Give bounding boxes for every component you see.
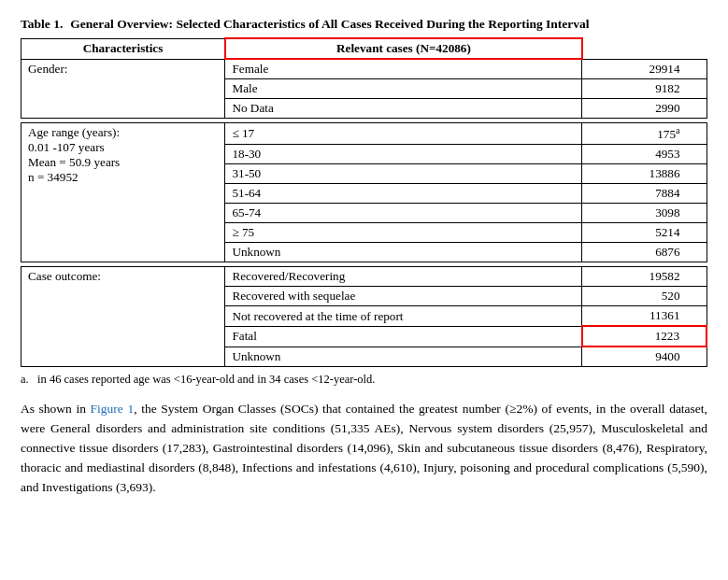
table-row: Gender: Female 29914 — [21, 59, 707, 79]
age-18-30-value: 4953 — [582, 145, 707, 164]
gender-female-label: Female — [225, 59, 582, 79]
col-relevant-cases: Relevant cases (N=42086) — [225, 38, 582, 59]
outcome-sequelae-label: Recovered with sequelae — [225, 287, 582, 306]
age-51-64-label: 51-64 — [225, 184, 582, 204]
gender-label: Gender: — [21, 59, 225, 119]
figure1-link[interactable]: Figure 1 — [91, 402, 135, 416]
age-range-line3: Mean = 50.9 years — [28, 155, 120, 169]
age-le17-label: ≤ 17 — [225, 123, 582, 145]
age-range-line2: 0.01 -107 years — [28, 140, 105, 154]
age-65-74-label: 65-74 — [225, 204, 582, 223]
age-le17-value: 175a — [582, 123, 707, 145]
age-ge75-label: ≥ 75 — [225, 223, 582, 243]
table-row: Age range (years): 0.01 -107 years Mean … — [21, 123, 707, 145]
table-label: Table 1. — [21, 17, 63, 32]
gender-male-label: Male — [225, 79, 582, 99]
outcome-not-recovered-value: 11361 — [582, 306, 707, 327]
age-range-line4: n = 34952 — [28, 170, 79, 184]
gender-nodata-value: 2990 — [582, 99, 707, 119]
age-ge75-value: 5214 — [582, 223, 707, 243]
col-characteristics: Characteristics — [21, 38, 225, 59]
age-unknown-label: Unknown — [225, 243, 582, 262]
outcome-label: Case outcome: — [21, 267, 225, 367]
outcome-fatal-value: 1223 — [582, 326, 707, 347]
para-text-before: As shown in — [21, 402, 91, 416]
main-table: Characteristics Relevant cases (N=42086)… — [21, 37, 707, 367]
outcome-unknown-label: Unknown — [225, 347, 582, 367]
table-title: General Overview: Selected Characteristi… — [70, 17, 589, 32]
age-31-50-value: 13886 — [582, 164, 707, 184]
age-51-64-value: 7884 — [582, 184, 707, 204]
outcome-recovered-value: 19582 — [582, 267, 707, 287]
age-31-50-label: 31-50 — [225, 164, 582, 184]
table-row: Case outcome: Recovered/Recovering 19582 — [21, 267, 707, 287]
age-18-30-label: 18-30 — [225, 145, 582, 164]
outcome-sequelae-value: 520 — [582, 287, 707, 306]
age-label-cell: Age range (years): 0.01 -107 years Mean … — [21, 123, 225, 262]
outcome-unknown-value: 9400 — [582, 347, 707, 367]
outcome-recovered-label: Recovered/Recovering — [225, 267, 582, 287]
age-range-line1: Age range (years): — [28, 125, 120, 139]
outcome-not-recovered-label: Not recovered at the time of report — [225, 306, 582, 327]
body-paragraph: As shown in Figure 1, the System Organ C… — [21, 400, 707, 498]
gender-male-value: 9182 — [582, 79, 707, 99]
age-65-74-value: 3098 — [582, 204, 707, 223]
age-unknown-value: 6876 — [582, 243, 707, 262]
table-footnote: a. in 46 cases reported age was <16-year… — [21, 373, 707, 387]
gender-female-value: 29914 — [582, 59, 707, 79]
table-caption: Table 1. General Overview: Selected Char… — [21, 17, 707, 32]
gender-nodata-label: No Data — [225, 99, 582, 119]
outcome-fatal-label: Fatal — [225, 326, 582, 347]
footnote-marker: a. — [21, 373, 29, 386]
